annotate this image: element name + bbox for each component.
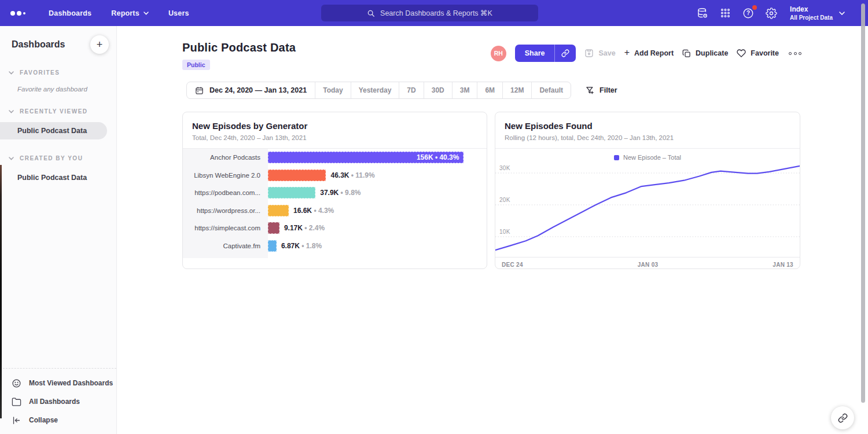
card-new-episodes-found: New Episodes Found Rolling (12 hours), t… <box>495 112 800 269</box>
save-button[interactable]: Save <box>584 49 615 58</box>
y-axis-tick: 30K <box>499 165 510 171</box>
chevron-down-icon <box>9 110 14 113</box>
logo[interactable] <box>10 11 25 16</box>
y-axis-tick: 10K <box>499 229 510 235</box>
search-placeholder: Search Dashboards & Reports ⌘K <box>380 9 492 17</box>
bar-segment[interactable] <box>268 222 279 234</box>
bar-chart-rows: Anchor Podcasts156K • 40.3%Libsyn WebEng… <box>183 149 487 255</box>
chevron-down-icon <box>144 12 149 15</box>
project-switcher[interactable]: Index All Project Data <box>790 5 845 21</box>
date-preset-yesterday[interactable]: Yesterday <box>351 82 399 98</box>
filter-button[interactable]: Filter <box>586 86 617 95</box>
date-preset-3m[interactable]: 3M <box>452 82 477 98</box>
y-axis-tick: 20K <box>499 197 510 203</box>
collapse-icon <box>12 415 21 425</box>
x-axis-tick: DEC 24 <box>502 262 523 268</box>
legend-label: New Episode – Total <box>623 154 681 161</box>
help-icon[interactable]: ? <box>742 8 754 19</box>
bar-value-label: 6.87K • 1.8% <box>281 242 322 250</box>
bar-segment[interactable] <box>268 187 315 198</box>
bar-category-label: Anchor Podcasts <box>183 149 268 167</box>
nav-item-reports[interactable]: Reports <box>111 9 149 17</box>
sidebar-section-favorites: FAVORITES Favorite any dashboard <box>0 69 116 93</box>
nav-menu: Dashboards Reports Users <box>49 9 189 17</box>
bar-row: Anchor Podcasts156K • 40.3% <box>183 149 487 167</box>
heart-icon <box>737 49 746 58</box>
nav-item-dashboards[interactable]: Dashboards <box>49 9 91 17</box>
toolbar: RH Share Save + Add Report Duplicate <box>491 45 803 62</box>
avatar[interactable]: RH <box>491 46 506 61</box>
notification-dot <box>752 5 757 10</box>
nav-item-users[interactable]: Users <box>168 9 189 17</box>
nav-right-cluster: ? Index All Project Data <box>697 0 845 26</box>
sidebar-item-public-podcast-data[interactable]: Public Podcast Data <box>0 122 107 139</box>
bar-value-label: 9.17K • 2.4% <box>284 224 325 232</box>
date-range-picker[interactable]: Dec 24, 2020 — Jan 13, 2021 <box>187 82 315 98</box>
search-input[interactable]: Search Dashboards & Reports ⌘K <box>321 5 538 21</box>
chevron-down-icon <box>839 12 845 15</box>
bar-row: https://podbean.com...37.9K • 9.8% <box>183 184 487 202</box>
most-viewed-dashboards-button[interactable]: Most Viewed Dashboards <box>0 374 116 392</box>
date-range-control: Dec 24, 2020 — Jan 13, 2021 TodayYesterd… <box>186 82 571 99</box>
project-name: Index <box>790 5 833 13</box>
date-preset-today[interactable]: Today <box>315 82 350 98</box>
favorites-empty-text: Favorite any dashboard <box>0 76 116 93</box>
add-dashboard-button[interactable]: + <box>90 35 109 54</box>
bar-segment[interactable] <box>268 170 326 181</box>
top-navbar: Dashboards Reports Users Search Dashboar… <box>0 0 868 26</box>
line-plot[interactable]: 10K20K30K <box>495 164 800 257</box>
date-preset-default[interactable]: Default <box>531 82 571 98</box>
collapse-sidebar-button[interactable]: Collapse <box>0 411 116 429</box>
bar-value-label: 16.6K • 4.3% <box>293 207 334 215</box>
line-chart-svg <box>495 164 800 257</box>
all-dashboards-button[interactable]: All Dashboards <box>0 392 116 411</box>
date-filter-bar: Dec 24, 2020 — Jan 13, 2021 TodayYesterd… <box>186 82 868 99</box>
scrollbar-thumb[interactable] <box>861 3 865 403</box>
bar-segment[interactable] <box>268 240 277 252</box>
section-header-created-by-you[interactable]: CREATED BY YOU <box>0 155 116 161</box>
bar-row: https://simplecast.com9.17K • 2.4% <box>183 219 487 237</box>
duplicate-icon <box>682 49 691 58</box>
page-title: Public Podcast Data <box>182 41 296 54</box>
duplicate-button[interactable]: Duplicate <box>682 49 728 58</box>
card-subtitle: Total, Dec 24th, 2020 – Jan 13th, 2021 <box>192 134 477 141</box>
share-button-group: Share <box>515 45 576 62</box>
more-options-button[interactable] <box>788 50 803 57</box>
sidebar: Dashboards + FAVORITES Favorite any dash… <box>0 26 117 434</box>
bar-segment[interactable] <box>268 205 289 216</box>
section-header-recently-viewed[interactable]: RECENTLY VIEWED <box>0 108 116 115</box>
bar-row: Libsyn WebEngine 2.046.3K • 11.9% <box>183 167 487 185</box>
bar-category-label: https://wordpress.or... <box>183 202 268 220</box>
copy-link-fab[interactable] <box>831 406 854 429</box>
bar-value-label: 37.9K • 9.8% <box>320 189 361 197</box>
x-axis-tick: JAN 13 <box>773 262 793 268</box>
date-preset-7d[interactable]: 7D <box>399 82 423 98</box>
share-button[interactable]: Share <box>515 45 555 62</box>
filter-icon <box>586 86 594 95</box>
favorite-button[interactable]: Favorite <box>737 49 779 58</box>
date-preset-12m[interactable]: 12M <box>502 82 531 98</box>
public-badge: Public <box>182 60 210 70</box>
sidebar-title: Dashboards <box>12 39 65 50</box>
card-title[interactable]: New Episodes by Generator <box>192 121 477 131</box>
data-management-icon[interactable] <box>697 8 708 19</box>
bar-category-label: https://podbean.com... <box>183 184 268 202</box>
sidebar-section-created: CREATED BY YOU Public Podcast Data <box>0 155 116 186</box>
apps-grid-icon[interactable] <box>720 8 731 19</box>
add-report-button[interactable]: + Add Report <box>624 49 674 57</box>
settings-icon[interactable] <box>766 8 777 19</box>
date-preset-30d[interactable]: 30D <box>424 82 452 98</box>
date-preset-6m[interactable]: 6M <box>477 82 502 98</box>
card-title[interactable]: New Episodes Found <box>505 121 790 131</box>
sidebar-item-public-podcast-data-created[interactable]: Public Podcast Data <box>0 169 116 186</box>
bar-segment[interactable]: 156K • 40.3% <box>268 152 464 163</box>
chevron-down-icon <box>9 157 14 160</box>
section-header-favorites[interactable]: FAVORITES <box>0 69 116 76</box>
chart-legend: New Episode – Total <box>495 149 800 164</box>
search-icon <box>367 9 375 17</box>
calendar-icon <box>195 86 204 95</box>
legend-swatch <box>614 155 619 160</box>
bar-value-label: 156K • 40.3% <box>417 153 459 161</box>
share-link-button[interactable] <box>554 45 576 62</box>
smiley-icon <box>12 378 21 388</box>
